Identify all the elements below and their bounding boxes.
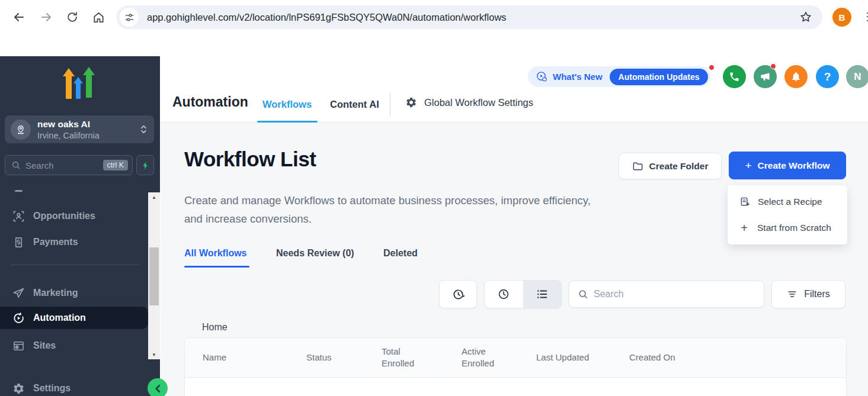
browser-menu-icon[interactable]: ⋮ (862, 10, 868, 23)
workflow-search-input[interactable] (594, 289, 764, 300)
table-body (185, 378, 846, 396)
automation-icon (12, 311, 25, 324)
sidebar: new oaks AI Irvine, California ctrl K Op… (0, 56, 160, 396)
tab-needs-review[interactable]: Needs Review (0) (276, 248, 354, 259)
url-text: app.gohighlevel.com/v2/location/lnPS691g… (147, 12, 799, 23)
column-header-active-enrolled: Active Enrolled (462, 346, 499, 369)
megaphone-icon (760, 71, 771, 82)
location-switcher[interactable]: new oaks AI Irvine, California (5, 115, 154, 143)
scrollbar-thumb[interactable] (149, 247, 159, 305)
search-icon (578, 289, 588, 300)
whats-new-button[interactable]: What's New Automation Updates (528, 66, 710, 87)
chevron-updown-icon (140, 125, 147, 134)
truncated-menu-item-icon (15, 190, 23, 192)
marketing-icon (12, 286, 25, 300)
gear-icon (405, 96, 417, 108)
question-mark-icon: ? (824, 70, 831, 83)
help-button[interactable]: ? (816, 65, 839, 88)
location-name: new oaks AI (37, 119, 140, 130)
opportunities-icon (12, 210, 25, 223)
tab-deleted[interactable]: Deleted (383, 248, 418, 259)
browser-reload-icon[interactable] (64, 9, 81, 25)
notification-dot (709, 65, 715, 70)
search-icon (11, 160, 21, 170)
settings-gear-icon (12, 382, 25, 395)
tab-workflows[interactable]: Workflows (262, 99, 312, 110)
whats-new-label: What's New (553, 72, 603, 82)
column-header-name: Name (203, 352, 226, 362)
location-city: Irvine, California (37, 131, 140, 140)
sidebar-search[interactable]: ctrl K (5, 155, 133, 175)
phone-button[interactable] (723, 65, 746, 88)
automation-updates-badge[interactable]: Automation Updates (610, 69, 709, 85)
sidebar-item-sites[interactable]: Sites (0, 335, 148, 356)
column-header-created-on: Created On (629, 352, 675, 362)
sites-icon (12, 339, 25, 352)
list-icon (536, 288, 549, 301)
menu-item-start-from-scratch[interactable]: + Start from Scratch (728, 215, 847, 241)
payments-icon (12, 236, 25, 249)
create-workflow-button[interactable]: + Create Workflow (729, 152, 846, 179)
browser-home-icon[interactable] (90, 9, 107, 25)
scrollbar-down-icon[interactable]: ▼ (148, 350, 160, 359)
menu-item-select-recipe[interactable]: Select a Recipe (728, 189, 847, 215)
clock-icon (497, 288, 510, 301)
section-title: Automation (172, 94, 248, 110)
sidebar-item-opportunities[interactable]: Opportunities (0, 205, 148, 227)
table-header-row: Name Status Total Enrolled Active Enroll… (185, 338, 846, 378)
chevron-left-icon (153, 384, 162, 393)
sidebar-search-input[interactable] (25, 160, 103, 170)
search-shortcut-badge: ctrl K (103, 160, 128, 170)
notification-dot (770, 63, 776, 69)
global-workflow-settings-link[interactable]: Global Workflow Settings (405, 96, 533, 108)
folder-icon (632, 160, 643, 172)
create-folder-button[interactable]: Create Folder (619, 153, 722, 179)
column-header-last-updated: Last Updated (536, 352, 589, 362)
column-header-status: Status (306, 352, 332, 362)
user-avatar[interactable]: N (846, 65, 868, 88)
filters-button[interactable]: Filters (771, 280, 845, 308)
main-header: What's New Automation Updates ? N Automa… (161, 56, 868, 123)
sidebar-scrollbar[interactable]: ▲ ▼ (148, 192, 160, 359)
bookmarks-bar: All Bookmarks (0, 34, 868, 56)
workflow-list-page: Workflow List Create and manage Workflow… (161, 123, 868, 396)
browser-forward-icon[interactable] (38, 9, 55, 25)
header-divider (390, 93, 390, 117)
history-clock-icon (451, 288, 465, 301)
enrollment-history-button[interactable] (439, 280, 477, 308)
browser-address-bar[interactable]: app.gohighlevel.com/v2/location/lnPS691g… (116, 5, 822, 29)
active-list-tab-underline (184, 266, 249, 268)
time-view-button[interactable] (485, 281, 523, 308)
tab-content-ai[interactable]: Content AI (330, 99, 379, 110)
sidebar-item-automation[interactable]: Automation (0, 307, 148, 329)
view-toggle (484, 280, 562, 308)
phone-icon (729, 71, 740, 82)
notifications-button[interactable] (784, 65, 808, 88)
sidebar-divider (11, 265, 140, 265)
quick-actions-button[interactable] (136, 155, 154, 175)
workflow-search[interactable] (569, 281, 764, 308)
create-workflow-menu: Select a Recipe + Start from Scratch (728, 185, 847, 244)
gohighlevel-logo (59, 66, 101, 100)
plus-icon: + (745, 159, 751, 172)
whats-new-icon (536, 70, 548, 83)
tab-all-workflows[interactable]: All Workflows (184, 248, 247, 259)
sidebar-collapse-button[interactable] (148, 378, 168, 396)
site-info-icon[interactable] (120, 8, 139, 27)
lightning-bolt-icon (141, 161, 150, 170)
sidebar-item-settings[interactable]: Settings (0, 378, 148, 396)
sidebar-item-payments[interactable]: Payments (0, 231, 148, 253)
page-description: Create and manage Workflows to automate … (184, 191, 602, 228)
scrollbar-up-icon[interactable]: ▲ (148, 192, 160, 202)
filter-icon (787, 289, 797, 300)
bookmark-star-icon[interactable] (799, 10, 813, 24)
list-view-button[interactable] (523, 281, 562, 308)
sidebar-item-marketing[interactable]: Marketing (0, 282, 148, 304)
column-header-total-enrolled: Total Enrolled (382, 346, 419, 369)
global-workflow-settings-label: Global Workflow Settings (424, 97, 533, 108)
browser-back-icon[interactable] (11, 9, 27, 25)
recipe-icon (739, 197, 750, 208)
breadcrumb[interactable]: Home (202, 322, 228, 333)
browser-profile-avatar[interactable]: B (832, 8, 851, 27)
page-title: Workflow List (184, 147, 316, 171)
